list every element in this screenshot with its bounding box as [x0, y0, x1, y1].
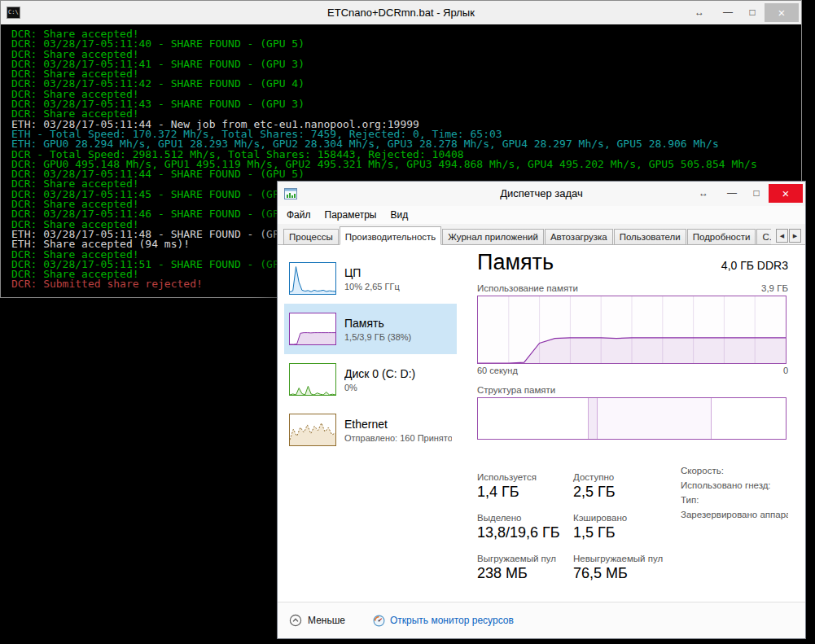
tab-users[interactable]: Пользователи — [614, 229, 686, 245]
tab-scroll-right-button[interactable]: ▶ — [789, 229, 801, 243]
ethernet-mini-chart — [289, 414, 336, 446]
memory-composition-bar — [477, 397, 787, 440]
sidebar-item-value: Отправлено: 160 Принято: — [344, 433, 452, 443]
sidebar-item-text: EthernetОтправлено: 160 Принято: — [344, 418, 452, 443]
sidebar-item-cpu[interactable]: ЦП10% 2,65 ГГц — [284, 253, 457, 304]
menubar: Файл Параметры Вид — [278, 206, 805, 224]
collapse-icon — [289, 614, 302, 627]
memory-composition-segment — [598, 398, 712, 439]
console-window-controls: ↔ — □ × — [683, 3, 799, 22]
disk-mini-chart — [289, 363, 336, 396]
console-title: ETCnano+DCRmn.bat - Ярлык — [1, 1, 801, 24]
sidebar-item-label: ЦП — [344, 266, 452, 279]
detail-line: Скорость: — [681, 463, 788, 478]
stat-label: Невыгружаемый пул — [573, 541, 703, 563]
task-manager-window-controls: ↔ — □ × — [687, 184, 803, 203]
sidebar-item-text: ЦП10% 2,65 ГГц — [344, 266, 452, 291]
task-manager-window: Диспетчер задач ↔ — □ × Файл Параметры В… — [277, 181, 806, 639]
sidebar-item-label: Ethernet — [344, 418, 452, 431]
stat-value: 13,8/19,6 ГБ — [477, 523, 573, 541]
memory-stats-grid: ИспользуетсяДоступно1,4 ГБ2,5 ГБВыделено… — [477, 460, 703, 582]
menu-view[interactable]: Вид — [390, 209, 408, 221]
memory-capacity: 4,0 ГБ DDR3 — [721, 259, 788, 275]
tab-app-history[interactable]: Журнал приложений — [442, 229, 544, 245]
memory-composition-segment — [712, 398, 786, 439]
memory-composition-label: Структура памяти — [477, 385, 788, 395]
tab-scroll-buttons: ◀ ▶ — [776, 229, 801, 243]
sidebar-item-disk[interactable]: Диск 0 (C: D:)0% — [284, 354, 457, 405]
close-button[interactable]: × — [765, 3, 799, 22]
performance-panel: ЦП10% 2,65 ГГцПамять1,5/3,9 ГБ (38%)Диск… — [278, 245, 805, 602]
sidebar-item-memory[interactable]: Память1,5/3,9 ГБ (38%) — [284, 304, 457, 354]
less-details-button[interactable]: Меньше — [289, 614, 345, 627]
sidebar-item-text: Память1,5/3,9 ГБ (38%) — [344, 317, 452, 342]
detail-line: Использовано гнезд: — [681, 478, 788, 493]
resource-monitor-label: Открыть монитор ресурсов — [390, 615, 514, 626]
maximize-button[interactable]: □ — [744, 184, 769, 203]
stat-label: Выделено — [477, 501, 573, 523]
detail-line: Тип: — [681, 493, 788, 507]
minimize-button[interactable]: — — [720, 184, 744, 203]
tab-processes[interactable]: Процессы — [283, 229, 339, 245]
resource-monitor-icon — [373, 615, 385, 627]
less-details-label: Меньше — [308, 615, 345, 626]
tab-performance[interactable]: Производительность — [340, 226, 442, 245]
stat-value: 238 МБ — [477, 563, 573, 582]
axis-label-60s: 60 секунд — [477, 366, 518, 375]
detail-line: Зарезервировано аппаратно: — [681, 507, 788, 522]
sidebar-item-label: Диск 0 (C: D:) — [344, 367, 452, 380]
performance-sidebar: ЦП10% 2,65 ГГцПамять1,5/3,9 ГБ (38%)Диск… — [284, 253, 457, 455]
resource-monitor-link[interactable]: Открыть монитор ресурсов — [373, 615, 514, 627]
console-titlebar[interactable]: C:\ ETCnano+DCRmn.bat - Ярлык ↔ — □ × — [1, 1, 801, 25]
memory-composition-segment — [478, 398, 589, 439]
memory-mini-chart — [289, 313, 336, 345]
restore-icon[interactable]: ↔ — [683, 3, 716, 22]
memory-panel-title: Память — [477, 250, 554, 275]
memory-details-list: Скорость:Использовано гнезд:Тип:Зарезерв… — [681, 463, 788, 522]
memory-composition-segment — [589, 398, 598, 439]
sidebar-item-text: Диск 0 (C: D:)0% — [344, 367, 452, 392]
cpu-mini-chart — [289, 262, 336, 295]
sidebar-item-ethernet[interactable]: EthernetОтправлено: 160 Принято: — [284, 405, 457, 455]
stat-value: 1,4 ГБ — [477, 482, 573, 501]
stat-value: 76,5 МБ — [573, 563, 703, 582]
stat-label: Выгружаемый пул — [477, 541, 573, 563]
maximize-button[interactable]: □ — [740, 3, 765, 22]
task-manager-titlebar[interactable]: Диспетчер задач ↔ — □ × — [278, 182, 805, 206]
minimize-button[interactable]: — — [716, 3, 740, 22]
sidebar-item-label: Память — [344, 317, 452, 330]
sidebar-item-value: 1,5/3,9 ГБ (38%) — [344, 332, 452, 342]
stat-value: 1,5 ГБ — [573, 523, 703, 541]
memory-usage-chart — [477, 296, 787, 364]
footer: Меньше Открыть монитор ресурсов — [278, 602, 805, 638]
tab-strip: ПроцессыПроизводительностьЖурнал приложе… — [278, 224, 805, 245]
tabs: ПроцессыПроизводительностьЖурнал приложе… — [283, 226, 771, 245]
tab-startup[interactable]: Автозагрузка — [545, 229, 613, 245]
close-button[interactable]: × — [769, 184, 803, 203]
memory-usage-max: 3,9 ГБ — [761, 283, 788, 293]
restore-icon[interactable]: ↔ — [687, 184, 720, 203]
tab-details[interactable]: Подробности — [687, 229, 756, 245]
menu-file[interactable]: Файл — [287, 209, 311, 221]
menu-options[interactable]: Параметры — [325, 209, 377, 221]
memory-usage-label: Использование памяти — [477, 283, 578, 293]
sidebar-item-value: 0% — [344, 383, 452, 392]
tab-services[interactable]: С... — [756, 229, 771, 245]
stat-label: Используется — [477, 460, 573, 482]
axis-label-0: 0 — [783, 366, 788, 375]
sidebar-item-value: 10% 2,65 ГГц — [344, 282, 452, 291]
memory-panel: Память 4,0 ГБ DDR3 Использование памяти … — [477, 245, 788, 602]
tab-scroll-left-button[interactable]: ◀ — [776, 229, 788, 243]
